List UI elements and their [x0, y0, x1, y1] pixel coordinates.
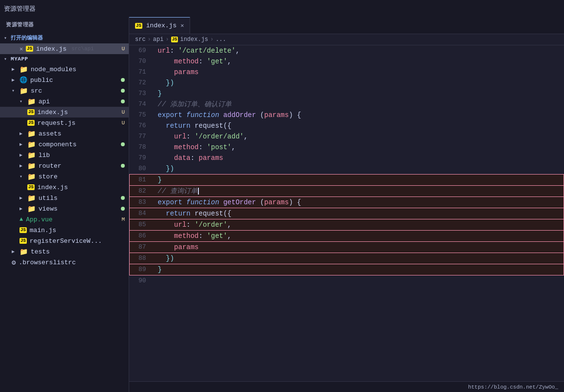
js-icon-register: JS [19, 238, 27, 244]
line-number: 87 [130, 242, 154, 253]
chevron-right-icon-router: ▶ [19, 163, 24, 169]
request-js-label: request.js [38, 119, 76, 127]
sidebar-item-store-index[interactable]: JS index.js [0, 182, 129, 193]
folder-icon-views: 📁 [27, 205, 36, 213]
line-number: 75 [130, 110, 154, 120]
js-icon: JS [26, 46, 33, 52]
sidebar-item-app-vue[interactable]: ▲ App.vue M [0, 214, 129, 225]
sidebar-header: 资源管理器 [0, 17, 129, 32]
line-number: 88 [130, 253, 154, 264]
line-number: 83 [130, 197, 154, 208]
table-row: 85 url: '/order', [130, 219, 564, 231]
open-editors-label: 打开的编辑器 [11, 34, 43, 41]
main-js-label: main.js [30, 227, 57, 234]
js-icon-request: JS [27, 120, 35, 126]
app-vue-badge: M [121, 216, 125, 222]
chevron-right-icon-comp: ▶ [19, 141, 24, 147]
project-section[interactable]: ▾ MYAPP [0, 54, 129, 64]
register-label: registerServiceW... [30, 237, 102, 245]
sidebar-item-browserslistrc[interactable]: ⚙️ .browserslistrc [0, 257, 129, 268]
code-line: }) [154, 253, 564, 264]
public-label: public [30, 77, 53, 84]
code-line: // 查询订单 [154, 186, 564, 197]
assets-label: assets [39, 130, 61, 137]
line-number: 74 [130, 99, 154, 110]
sidebar-item-components[interactable]: ▶ 📁 components [0, 139, 129, 150]
code-table: 69 url: '/cart/delete', 70 method: 'get'… [129, 45, 564, 286]
breadcrumb-js-icon: JS [171, 37, 178, 42]
sidebar-item-register[interactable]: JS registerServiceW... [0, 235, 129, 246]
table-row: 77 url: '/order/add', [130, 131, 564, 142]
chevron-right-icon-tests: ▶ [12, 249, 17, 255]
editor-tab[interactable]: JS index.js ✕ [129, 17, 190, 34]
status-url: https://blog.csdn.net/ZywOo_ [468, 384, 558, 390]
editor-area: JS index.js ✕ src › api › JS index.js › … [129, 17, 564, 392]
table-row: 74 // 添加订单、确认订单 [130, 99, 564, 110]
code-line: url: '/order/add', [154, 131, 564, 142]
tab-bar: JS index.js ✕ [129, 17, 564, 34]
sidebar-item-main-js[interactable]: JS main.js [0, 225, 129, 235]
sidebar-item-request-js[interactable]: JS request.js U [0, 118, 129, 128]
table-row: 81 } [130, 175, 564, 186]
lib-label: lib [39, 152, 50, 159]
code-line: } [154, 88, 564, 99]
code-line: } [154, 264, 564, 275]
sidebar-item-node-modules[interactable]: ▶ 📁 node_modules [0, 64, 129, 75]
line-number: 78 [130, 142, 154, 153]
code-line: }) [154, 78, 564, 88]
close-icon[interactable]: ✕ [19, 45, 23, 53]
line-number: 70 [130, 56, 154, 67]
request-js-badge: U [121, 120, 125, 126]
chevron-down-icon-api: ▾ [19, 98, 24, 104]
sidebar-item-store[interactable]: ▾ 📁 store [0, 171, 129, 182]
breadcrumb-api: api [153, 36, 164, 43]
line-number: 80 [130, 163, 154, 175]
folder-icon-router: 📁 [27, 162, 36, 170]
folder-icon-store: 📁 [27, 173, 36, 181]
sidebar-item-assets[interactable]: ▶ 📁 assets [0, 128, 129, 139]
sidebar-item-utils[interactable]: ▶ 📁 utils [0, 193, 129, 203]
sidebar-item-index-js[interactable]: JS index.js U [0, 107, 129, 118]
code-area[interactable]: 69 url: '/cart/delete', 70 method: 'get'… [129, 45, 564, 381]
line-number: 71 [130, 67, 154, 78]
resource-manager-title: 资源管理器 [4, 4, 36, 13]
code-line: url: '/order', [154, 219, 564, 231]
index-js-badge: U [121, 109, 125, 115]
sidebar-item-api[interactable]: ▾ 📁 api [0, 96, 129, 107]
code-line: }) [154, 163, 564, 175]
table-row: 89 } [130, 264, 564, 275]
status-bar: https://blog.csdn.net/ZywOo_ [129, 381, 564, 392]
js-icon-index: JS [27, 109, 35, 115]
vue-icon: ▲ [19, 216, 23, 223]
sidebar-item-lib[interactable]: ▶ 📁 lib [0, 150, 129, 160]
sidebar-item-tests[interactable]: ▶ 📁 tests [0, 246, 129, 257]
code-line: url: '/cart/delete', [154, 45, 564, 56]
line-number: 77 [130, 131, 154, 142]
browserslistrc-label: .browserslistrc [19, 259, 76, 266]
code-line: } [154, 175, 564, 186]
table-row: 79 data: params [130, 153, 564, 163]
tab-close-button[interactable]: ✕ [180, 22, 184, 29]
sidebar-item-views[interactable]: ▶ 📁 views [0, 203, 129, 214]
sidebar-item-router[interactable]: ▶ 📁 router [0, 160, 129, 171]
table-row: 88 }) [130, 253, 564, 264]
chevron-right-icon: ▶ [12, 66, 17, 72]
js-icon-main: JS [19, 227, 27, 233]
components-label: components [39, 141, 77, 148]
open-file-item[interactable]: ✕ JS index.js src\api U [0, 43, 129, 54]
sidebar-item-public[interactable]: ▶ 🌐 public [0, 75, 129, 85]
api-dot [121, 99, 125, 103]
open-editors-section[interactable]: ▾ 打开的编辑器 [0, 32, 129, 43]
tab-label: index.js [146, 22, 176, 29]
line-number: 76 [130, 120, 154, 131]
line-number: 84 [130, 208, 154, 219]
line-number: 73 [130, 88, 154, 99]
open-file-path: src\api [71, 46, 94, 52]
line-number: 85 [130, 219, 154, 231]
table-row: 83 export function getOrder (params) { [130, 197, 564, 208]
table-row: 69 url: '/cart/delete', [130, 45, 564, 56]
sidebar-item-src[interactable]: ▾ 📁 src [0, 85, 129, 96]
utils-label: utils [39, 195, 58, 202]
breadcrumb-sep-3: › [210, 36, 214, 43]
views-label: views [39, 205, 58, 213]
